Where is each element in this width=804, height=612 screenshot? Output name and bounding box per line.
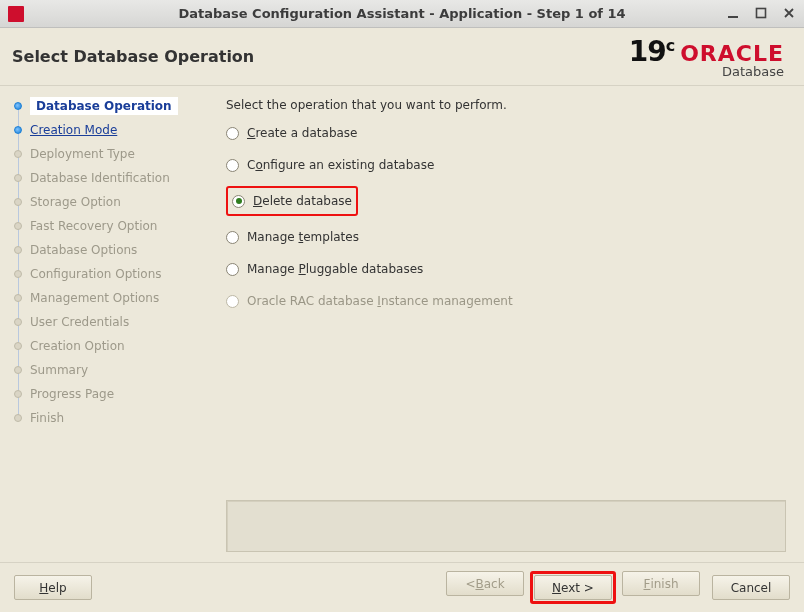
- step-dot-icon: [14, 318, 22, 326]
- help-button[interactable]: Help: [14, 575, 92, 600]
- step-dot-icon: [14, 174, 22, 182]
- step-label: Summary: [30, 363, 88, 377]
- step-10: User Credentials: [8, 310, 208, 334]
- radio-icon: [232, 195, 245, 208]
- radio-icon: [226, 295, 239, 308]
- step-label: Creation Option: [30, 339, 125, 353]
- minimize-button[interactable]: [724, 4, 742, 22]
- content-pane: Select the operation that you want to pe…: [208, 86, 804, 562]
- step-dot-icon: [14, 246, 22, 254]
- svg-rect-1: [757, 9, 766, 18]
- step-7: Database Options: [8, 238, 208, 262]
- step-8: Configuration Options: [8, 262, 208, 286]
- step-label: Management Options: [30, 291, 159, 305]
- page-title: Select Database Operation: [12, 47, 254, 66]
- option-label: Oracle RAC database Instance management: [247, 294, 513, 308]
- wizard-header: Select Database Operation 19c ORACLE Dat…: [0, 28, 804, 86]
- window-titlebar: Database Configuration Assistant - Appli…: [0, 0, 804, 28]
- wizard-footer: Help < Back Next > Finish Cancel: [0, 562, 804, 612]
- description-box: [226, 500, 786, 552]
- cancel-button[interactable]: Cancel: [712, 575, 790, 600]
- step-11: Creation Option: [8, 334, 208, 358]
- svg-rect-0: [728, 16, 738, 18]
- step-label: Deployment Type: [30, 147, 135, 161]
- step-dot-icon: [14, 198, 22, 206]
- instruction-text: Select the operation that you want to pe…: [226, 98, 786, 112]
- back-button: < Back: [446, 571, 524, 596]
- step-dot-icon: [14, 414, 22, 422]
- option-label: Configure an existing database: [247, 158, 434, 172]
- step-5: Storage Option: [8, 190, 208, 214]
- step-label: Storage Option: [30, 195, 121, 209]
- step-1[interactable]: Database Operation: [8, 94, 208, 118]
- step-2[interactable]: Creation Mode: [8, 118, 208, 142]
- operation-option-4[interactable]: Manage templates: [226, 226, 359, 248]
- step-9: Management Options: [8, 286, 208, 310]
- step-6: Fast Recovery Option: [8, 214, 208, 238]
- operation-option-2[interactable]: Configure an existing database: [226, 154, 434, 176]
- step-label: Database Operation: [30, 97, 178, 115]
- next-button[interactable]: Next >: [534, 575, 612, 600]
- operation-option-5[interactable]: Manage Pluggable databases: [226, 258, 423, 280]
- oracle-brand: 19c ORACLE Database: [629, 35, 784, 78]
- radio-icon: [226, 127, 239, 140]
- step-label: Creation Mode: [30, 123, 117, 137]
- operation-option-6: Oracle RAC database Instance management: [226, 290, 513, 312]
- step-12: Summary: [8, 358, 208, 382]
- step-sidebar: Database OperationCreation ModeDeploymen…: [0, 86, 208, 562]
- brand-name: ORACLE: [680, 43, 784, 65]
- highlight-annotation: Next >: [530, 571, 616, 604]
- version-label: 19c: [629, 35, 674, 68]
- step-dot-icon: [14, 222, 22, 230]
- option-label: Delete database: [253, 194, 352, 208]
- step-dot-icon: [14, 270, 22, 278]
- maximize-button[interactable]: [752, 4, 770, 22]
- step-14: Finish: [8, 406, 208, 430]
- step-label: Fast Recovery Option: [30, 219, 157, 233]
- highlight-annotation: Delete database: [226, 186, 358, 216]
- brand-sub: Database: [680, 65, 784, 78]
- step-dot-icon: [14, 150, 22, 158]
- step-label: Finish: [30, 411, 64, 425]
- step-dot-icon: [14, 342, 22, 350]
- step-label: Configuration Options: [30, 267, 162, 281]
- radio-icon: [226, 263, 239, 276]
- step-dot-icon: [14, 102, 22, 110]
- option-label: Manage Pluggable databases: [247, 262, 423, 276]
- step-13: Progress Page: [8, 382, 208, 406]
- operation-option-3[interactable]: Delete database: [232, 190, 352, 212]
- finish-button: Finish: [622, 571, 700, 596]
- window-title: Database Configuration Assistant - Appli…: [0, 6, 804, 21]
- step-label: Database Options: [30, 243, 137, 257]
- operation-option-1[interactable]: Create a database: [226, 122, 358, 144]
- step-dot-icon: [14, 126, 22, 134]
- step-label: Progress Page: [30, 387, 114, 401]
- close-button[interactable]: [780, 4, 798, 22]
- wizard-body: Database OperationCreation ModeDeploymen…: [0, 86, 804, 562]
- step-label: User Credentials: [30, 315, 129, 329]
- step-dot-icon: [14, 366, 22, 374]
- option-label: Manage templates: [247, 230, 359, 244]
- step-4: Database Identification: [8, 166, 208, 190]
- step-dot-icon: [14, 390, 22, 398]
- option-label: Create a database: [247, 126, 358, 140]
- radio-icon: [226, 159, 239, 172]
- step-3: Deployment Type: [8, 142, 208, 166]
- radio-icon: [226, 231, 239, 244]
- step-label: Database Identification: [30, 171, 170, 185]
- app-icon: [8, 6, 24, 22]
- step-dot-icon: [14, 294, 22, 302]
